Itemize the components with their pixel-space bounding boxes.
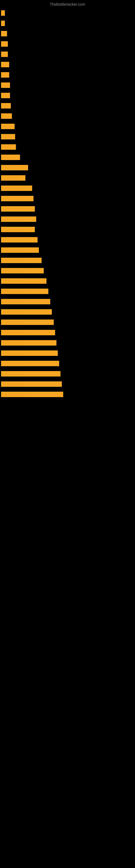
bar-label: Bott xyxy=(1,72,9,78)
bar-label: Bottleneck result xyxy=(1,371,60,376)
bar-row: Bottleneck result xyxy=(0,278,135,284)
bar-row: Bott xyxy=(0,83,135,88)
bar-row: Bottleneck result xyxy=(0,330,135,335)
bar-label: Bott xyxy=(1,93,10,98)
bar-row: Bott xyxy=(0,52,135,57)
bar-label: Bottleneck result xyxy=(1,381,62,387)
bar-label: Bottleneck resu xyxy=(1,227,35,232)
bar-row: Bo xyxy=(0,21,135,26)
bar-label: Bott xyxy=(1,62,9,67)
bar-label: Bottlen xyxy=(1,144,16,150)
bar-label: Bottleneck result xyxy=(1,309,52,315)
bar-label: Bottleneck result xyxy=(1,350,58,356)
bar-label: Bottlen xyxy=(1,134,15,140)
bar-row: Bottleneck re xyxy=(0,175,135,181)
bar-label: Bottleneck result xyxy=(1,289,48,294)
bar-label: Bottleneck result xyxy=(1,196,34,201)
bar-label: Bottleneck result xyxy=(1,319,54,325)
bar-label: Bottleneck result xyxy=(1,258,42,263)
bar-label: Bottleneck result xyxy=(1,247,39,253)
bar-row: Bottleneck xyxy=(0,155,135,160)
bar-row: Bottleneck result xyxy=(0,319,135,325)
bar-label: Bottleneck result xyxy=(1,216,36,222)
bar-row: Bottle xyxy=(0,113,135,119)
bar-label: Bottleneck result xyxy=(1,237,38,243)
bar-row: Bottleneck result xyxy=(0,371,135,376)
bar-label: Bottlen xyxy=(1,124,14,129)
bar-label: Bottleneck result xyxy=(1,278,46,284)
bar-row: Bottleneck result xyxy=(0,247,135,253)
bar-label: Bottleneck result xyxy=(1,268,44,273)
bar-row: Bottl xyxy=(0,103,135,108)
bar-row: Bott xyxy=(0,41,135,46)
bar-row: Bottleneck result xyxy=(0,381,135,387)
bar-label: Bott xyxy=(1,41,8,46)
bar-label: Bo xyxy=(1,21,5,26)
bar-label: Bott xyxy=(1,31,7,36)
bar-label: Bottleneck result xyxy=(1,330,55,335)
bar-row: Bottlen xyxy=(0,144,135,150)
chart-area: BoBoBottBottBottBottBottBottBottBottlBot… xyxy=(0,8,135,397)
bar-row: Bott xyxy=(0,93,135,98)
bar-label: Bott xyxy=(1,52,8,57)
bar-row: Bott xyxy=(0,31,135,36)
bar-row: Bottleneck result xyxy=(0,258,135,263)
bar-row: Bottleneck result xyxy=(0,392,135,397)
bar-row: Bo xyxy=(0,10,135,16)
bar-row: Bottleneck result xyxy=(0,340,135,346)
bar-row: Bottleneck result xyxy=(0,216,135,222)
site-title: TheBottlenecker.com xyxy=(0,0,135,8)
bar-row: Bottleneck result xyxy=(0,309,135,315)
bar-row: Bottleneck result xyxy=(0,361,135,366)
bar-label: Bottleneck result xyxy=(1,340,56,346)
bar-row: Bottleneck resu xyxy=(0,227,135,232)
bar-label: Bottleneck resu xyxy=(1,165,28,170)
bar-row: Bottlen xyxy=(0,134,135,140)
bar-label: Bottleneck re xyxy=(1,175,26,181)
bar-label: Bott xyxy=(1,83,10,88)
bar-label: Bottleneck result xyxy=(1,299,50,304)
bar-label: Bottleneck result xyxy=(1,361,59,366)
bar-row: Bottleneck result xyxy=(0,206,135,212)
bar-row: Bottlen xyxy=(0,124,135,129)
bar-label: Bottleneck xyxy=(1,155,20,160)
bar-row: Bottleneck result xyxy=(0,299,135,304)
bar-label: Bottl xyxy=(1,103,11,108)
bar-row: Bottleneck resu xyxy=(0,165,135,170)
bar-row: Bottleneck result xyxy=(0,289,135,294)
bar-row: Bottleneck result xyxy=(0,196,135,201)
bar-row: Bottleneck result xyxy=(0,237,135,243)
bar-label: Bo xyxy=(1,10,5,16)
bar-row: Bottleneck result xyxy=(0,268,135,273)
bar-label: Bottleneck result xyxy=(1,186,32,191)
bar-label: Bottle xyxy=(1,113,12,119)
bar-label: Bottleneck result xyxy=(1,392,63,397)
bar-row: Bott xyxy=(0,62,135,67)
bar-row: Bottleneck result xyxy=(0,186,135,191)
bar-row: Bott xyxy=(0,72,135,78)
bar-row: Bottleneck result xyxy=(0,350,135,356)
bar-label: Bottleneck result xyxy=(1,206,35,212)
